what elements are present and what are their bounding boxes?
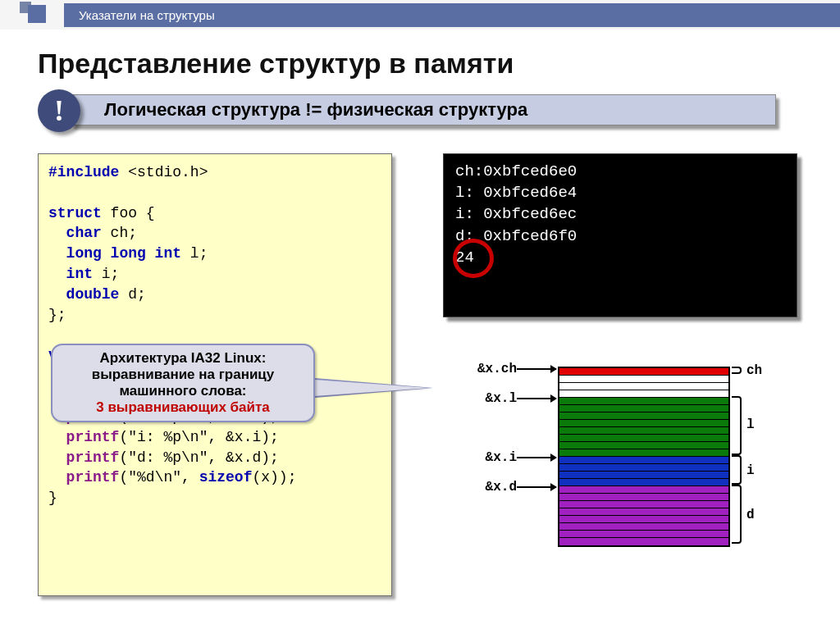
label-xch: &x.ch	[459, 362, 517, 376]
breadcrumb: Указатели на структуры	[64, 3, 840, 27]
arrow-icon	[517, 486, 556, 488]
top-bar: Указатели на структуры 17	[0, 0, 840, 30]
arrow-icon	[517, 368, 556, 370]
brace	[732, 485, 742, 544]
label-xi: &x.i	[459, 450, 517, 465]
label-i: i	[746, 463, 755, 478]
callout-line: машинного слова:	[61, 383, 305, 399]
arrow-icon	[517, 398, 556, 399]
label-xd: &x.d	[459, 480, 517, 495]
memory-diagram: &x.ch &x.l &x.i &x.d ch l i d	[459, 367, 804, 572]
logo-squares	[20, 0, 59, 30]
callout-box: Архитектура IA32 Linux: выравнивание на …	[51, 344, 315, 422]
callout-pointer-fill	[315, 380, 430, 396]
brace	[732, 455, 742, 485]
brace	[732, 396, 742, 455]
label-ch: ch	[746, 363, 762, 378]
terminal-output: ch:0xbfced6e0 l: 0xbfced6e4 i: 0xbfced6e…	[443, 153, 797, 317]
callout-line: Архитектура IA32 Linux:	[61, 350, 305, 367]
brace	[732, 367, 742, 374]
callout-line: выравнивание на границу	[61, 367, 305, 383]
label-l: l	[746, 417, 755, 432]
memory-stack	[558, 367, 730, 547]
highlight-circle	[453, 239, 494, 278]
callout-line-red: 3 выравнивающих байта	[61, 399, 305, 416]
label-xl: &x.l	[459, 391, 517, 406]
page-number: 17	[797, 3, 817, 25]
label-d: d	[746, 508, 755, 522]
arrow-icon	[517, 457, 556, 458]
banner-text: Логическая структура != физическая струк…	[71, 94, 776, 125]
banner: ! Логическая структура != физическая стр…	[38, 93, 784, 132]
page-title: Представление структур в памяти	[38, 48, 840, 80]
exclamation-icon: !	[38, 89, 80, 132]
